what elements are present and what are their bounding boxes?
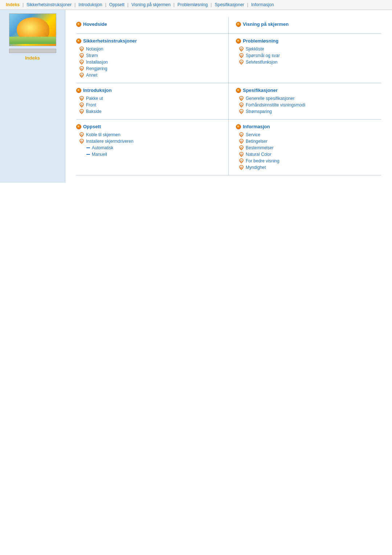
section-label-sikkerhet: Sikkerhetsinstruksjoner <box>83 38 137 44</box>
nav-bar: Indeks | Sikkerhetsinstruksjoner | Intro… <box>0 0 392 10</box>
link-myndighet[interactable]: Myndighet <box>246 165 266 170</box>
section-title-visning[interactable]: Visning på skjermen <box>236 21 377 27</box>
link-forbedrevisning[interactable]: For bedre visning <box>246 158 279 163</box>
g-icon-selvtest: G <box>239 60 244 65</box>
svg-text:G: G <box>81 140 83 143</box>
nav-item-problemlosning[interactable]: Problemløsning <box>175 1 211 8</box>
section-title-oppsett[interactable]: Oppsett <box>76 124 221 129</box>
list-item-front[interactable]: G Front <box>76 102 221 108</box>
svg-text:G: G <box>81 97 83 100</box>
link-front[interactable]: Front <box>86 102 96 108</box>
svg-text:G: G <box>81 48 83 50</box>
section-oppsett: Oppsett G Koble til skjermen G Installer… <box>76 119 229 175</box>
list-item-sjekkliste[interactable]: G Sjekkliste <box>236 46 377 52</box>
svg-text:G: G <box>81 68 83 70</box>
list-item-bakside[interactable]: G Bakside <box>76 108 221 115</box>
svg-text:G: G <box>81 104 83 106</box>
list-item-annet[interactable]: G Annet <box>76 72 221 78</box>
g-icon-koble: G <box>79 132 84 137</box>
link-pakke[interactable]: Pakke ut <box>86 96 103 101</box>
link-installasjon[interactable]: Installasjon <box>86 60 108 65</box>
section-title-introduksjon[interactable]: Introduksjon <box>76 88 221 93</box>
link-notasjon[interactable]: Notasjon <box>86 46 103 52</box>
svg-text:G: G <box>81 74 83 77</box>
list-item-service[interactable]: G Service <box>236 131 377 138</box>
section-label-introduksjon: Introduksjon <box>83 88 112 93</box>
section-visning: Visning på skjermen <box>229 17 381 34</box>
list-item-bestemmelser[interactable]: G Bestemmelser <box>236 145 377 151</box>
list-item-stromsparing[interactable]: G Strømsparing <box>236 108 377 115</box>
section-introduksjon: Introduksjon G Pakke ut G Front <box>76 83 229 119</box>
list-item-myndighet[interactable]: G Myndighet <box>236 164 377 171</box>
link-installere[interactable]: Installere skjermdriveren <box>86 139 134 144</box>
section-items-informasjon: G Service G Betingelser G B <box>236 131 377 171</box>
section-title-hovedside[interactable]: Hovedside <box>76 21 221 27</box>
link-naturalcolor[interactable]: Natural Color <box>246 152 271 157</box>
list-item-notasjon[interactable]: G Notasjon <box>76 46 221 52</box>
section-sikkerhet: Sikkerhetsinstruksjoner G Notasjon G Str… <box>76 34 229 83</box>
list-item-forhandsinnstilte[interactable]: G Forhåndsinnstilte visningsmodi <box>236 102 377 108</box>
link-rengjoring[interactable]: Rengjøring <box>86 66 107 71</box>
section-items-introduksjon: G Pakke ut G Front G Baksid <box>76 95 221 115</box>
section-title-spesifikasjoner[interactable]: Spesifikasjoner <box>236 88 377 93</box>
section-informasjon: Informasjon G Service G Betingelser <box>229 119 381 175</box>
nav-item-informasjon[interactable]: Informasjon <box>248 1 277 8</box>
link-automatisk[interactable]: Automatisk <box>92 145 113 150</box>
link-koble[interactable]: Koble til skjermen <box>86 132 121 137</box>
link-betingelser[interactable]: Betingelser <box>246 139 268 144</box>
list-item-sporsmal[interactable]: G Spørsmål og svar <box>236 52 377 59</box>
link-stromsparing[interactable]: Strømsparing <box>246 109 272 114</box>
circle-icon-sikkerhet <box>76 39 81 44</box>
link-sporsmal[interactable]: Spørsmål og svar <box>246 53 280 58</box>
list-item-generelle[interactable]: G Generelle spesifikasjoner <box>236 95 377 102</box>
list-item-manuell[interactable]: Manuell <box>76 151 221 158</box>
link-strom[interactable]: Strøm <box>86 53 98 58</box>
link-bakside[interactable]: Bakside <box>86 109 102 114</box>
sidebar: Indeks <box>0 10 65 183</box>
list-item-installere[interactable]: G Installere skjermdriveren <box>76 138 221 145</box>
g-icon-generelle: G <box>239 96 244 101</box>
nav-item-visning[interactable]: Visning på skjermen <box>128 1 173 8</box>
list-item-naturalcolor[interactable]: G Natural Color <box>236 151 377 158</box>
g-icon-forbedrevisning: G <box>239 158 244 163</box>
section-title-problemlosning[interactable]: Problemløsning <box>236 38 377 44</box>
link-service[interactable]: Service <box>246 132 260 137</box>
list-item-forbedrevisning[interactable]: G For bedre visning <box>236 158 377 164</box>
link-annet[interactable]: Annet <box>86 73 97 78</box>
link-bestemmelser[interactable]: Bestemmelser <box>246 145 274 150</box>
link-forhandsinnstilte[interactable]: Forhåndsinnstilte visningsmodi <box>246 102 305 108</box>
section-title-sikkerhet[interactable]: Sikkerhetsinstruksjoner <box>76 38 221 44</box>
list-item-betingelser[interactable]: G Betingelser <box>236 138 377 145</box>
nav-item-spesifikasjoner[interactable]: Spesifikasjoner <box>212 1 247 8</box>
main-layout: Indeks Hovedside Visning på skjermen <box>0 10 392 183</box>
g-icon-service: G <box>239 132 244 137</box>
link-generelle[interactable]: Generelle spesifikasjoner <box>246 96 295 101</box>
list-item-rengjoring[interactable]: G Rengjøring <box>76 65 221 72</box>
link-manuell[interactable]: Manuell <box>92 152 107 157</box>
list-item-koble[interactable]: G Koble til skjermen <box>76 131 221 138</box>
section-problemlosning: Problemløsning G Sjekkliste G Spørsmål o… <box>229 34 381 83</box>
list-item-installasjon[interactable]: G Installasjon <box>76 59 221 65</box>
g-icon-forhandsinnstilte: G <box>239 102 244 108</box>
circle-icon-informasjon <box>236 124 241 129</box>
svg-text:G: G <box>240 140 242 143</box>
svg-text:G: G <box>240 61 242 64</box>
section-title-informasjon[interactable]: Informasjon <box>236 124 377 129</box>
g-icon-installasjon: G <box>79 60 84 65</box>
nav-item-oppsett[interactable]: Oppsett <box>106 1 127 8</box>
nav-item-sikkerhet[interactable]: Sikkerhetsinstruksjoner <box>24 1 74 8</box>
list-item-strom[interactable]: G Strøm <box>76 52 221 59</box>
list-item-pakke[interactable]: G Pakke ut <box>76 95 221 102</box>
content-area: Hovedside Visning på skjermen Sikkerhets… <box>65 10 392 183</box>
link-sjekkliste[interactable]: Sjekkliste <box>246 46 264 52</box>
list-item-selvtest[interactable]: G Selvtestfunksjon <box>236 59 377 65</box>
g-icon-front: G <box>79 102 84 108</box>
g-icon-annet: G <box>79 73 84 78</box>
list-item-automatisk[interactable]: Automatisk <box>76 145 221 151</box>
circle-icon-oppsett <box>76 124 81 129</box>
nav-item-introduksjon[interactable]: Introduksjon <box>75 1 105 8</box>
svg-text:G: G <box>81 110 83 113</box>
nav-item-indeks[interactable]: Indeks <box>3 1 23 8</box>
svg-text:G: G <box>240 110 242 113</box>
link-selvtest[interactable]: Selvtestfunksjon <box>246 60 277 65</box>
